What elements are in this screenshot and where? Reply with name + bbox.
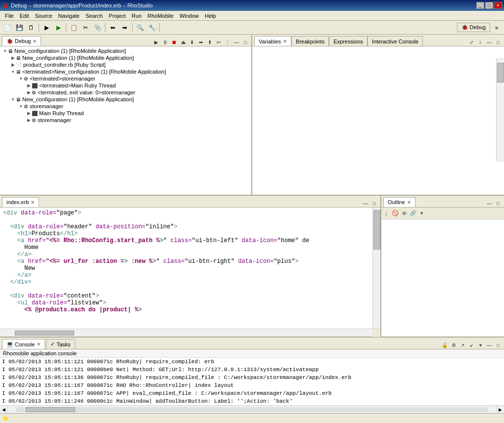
new-button[interactable]: 📄	[2, 22, 13, 33]
hscroll-thumb[interactable]	[26, 407, 75, 412]
expressions-tab[interactable]: Expressions	[329, 36, 367, 46]
outline-sort-btn[interactable]: ↕	[382, 210, 390, 217]
tree-item[interactable]: ▶⬛Main Ruby Thread	[1, 110, 250, 117]
console-btn-4[interactable]: ↙	[467, 341, 475, 349]
debug-tab-close[interactable]: ✕	[33, 39, 37, 44]
outline-maximize-btn[interactable]: □	[494, 199, 502, 207]
editor-vscrollbar[interactable]	[372, 208, 380, 329]
tree-item[interactable]: ▾🖥<terminated>New_configuration (1) [Rho…	[1, 68, 250, 75]
save-button[interactable]: 💾	[14, 22, 25, 33]
menu-run[interactable]: Run	[129, 12, 144, 20]
tree-expand-icon[interactable]: ▶	[26, 110, 32, 116]
vars-icon-2[interactable]: ↕	[476, 38, 484, 46]
tasks-tab[interactable]: ✓ Tasks	[46, 339, 75, 349]
tree-expand-icon[interactable]: ▶	[10, 55, 16, 61]
outline-tab[interactable]: Outline ✕	[383, 197, 415, 207]
breakpoints-tab[interactable]: Breakpoints	[291, 36, 329, 46]
toolbar-btn-5[interactable]: ➡	[119, 22, 130, 33]
menu-help[interactable]: Help	[202, 12, 219, 20]
close-button[interactable]: ✕	[494, 2, 502, 9]
editor-minimize-btn[interactable]: —	[362, 199, 369, 207]
console-tab[interactable]: 💻 Console ✕	[2, 339, 45, 349]
tree-item[interactable]: ▾🖥New_configuration (1) [RhoMobile Appli…	[1, 96, 250, 103]
code-editor[interactable]: <div data-role="page"> <div data-role="h…	[0, 208, 372, 329]
variables-scrollbar[interactable]	[496, 58, 504, 162]
debug-drop-frame-btn[interactable]: ↩	[215, 38, 223, 46]
debug-stop-btn[interactable]: ⏹	[170, 38, 178, 46]
debug-pause-btn[interactable]: ⏸	[161, 38, 169, 46]
console-btn-2[interactable]: ⚙	[450, 341, 458, 349]
variables-tab[interactable]: Variables ✕	[254, 36, 291, 46]
debug-step-into-btn[interactable]: ⬇	[188, 38, 196, 46]
menu-edit[interactable]: Edit	[17, 12, 32, 20]
tree-expand-icon[interactable]: ▶	[26, 117, 32, 123]
console-minimize-btn[interactable]: —	[485, 341, 493, 349]
variables-tab-close[interactable]: ✕	[283, 39, 287, 44]
editor-hscroll-thumb[interactable]	[15, 331, 74, 336]
toolbar-chevron[interactable]: »	[491, 22, 502, 33]
tree-expand-icon[interactable]: ▾	[18, 76, 24, 82]
tree-expand-icon[interactable]: ▾	[2, 48, 8, 54]
toolbar-btn-1[interactable]: 📋	[68, 22, 79, 33]
menu-rhomobile[interactable]: RhoMobile	[144, 12, 177, 20]
tree-item[interactable]: ▶⚙storemanager	[1, 117, 250, 124]
editor-hscrollbar[interactable]	[0, 329, 372, 337]
interactive-console-tab[interactable]: Interactive Console	[367, 36, 423, 46]
save-all-button[interactable]: 🗒	[26, 22, 37, 33]
hscroll-right-btn[interactable]: ▶	[496, 406, 504, 413]
menu-search[interactable]: Search	[83, 12, 106, 20]
menu-navigate[interactable]: Navigate	[55, 12, 83, 20]
outline-hide-btn[interactable]: 👁	[400, 210, 408, 217]
minimize-button[interactable]: _	[476, 2, 484, 9]
tree-item[interactable]: ▶📄product_controller.rb [Ruby Script]	[1, 61, 250, 68]
vars-icon-1[interactable]: ⤢	[467, 38, 475, 46]
editor-file-tab[interactable]: index.erb ✕	[2, 197, 39, 207]
console-btn-3[interactable]: ↗	[458, 341, 466, 349]
maximize-button[interactable]: □	[485, 2, 493, 9]
tree-expand-icon[interactable]: ▾	[18, 103, 24, 109]
tree-item[interactable]: ▶⬛<terminated>Main Ruby Thread	[1, 82, 250, 89]
variables-scroll-thumb[interactable]	[497, 63, 504, 83]
outline-more-btn[interactable]: ▾	[418, 210, 426, 217]
debug-maximize-btn[interactable]: □	[241, 38, 249, 46]
toolbar-btn-3[interactable]: 📎	[92, 22, 103, 33]
tree-expand-icon[interactable]: ▶	[10, 62, 16, 68]
debug-resume-btn[interactable]: ▶	[152, 38, 160, 46]
toolbar-btn-2[interactable]: ✂	[80, 22, 91, 33]
console-hscrollbar[interactable]: ◀ ▶	[0, 405, 504, 413]
tree-item[interactable]: ▶🖥New_configuration (1) [RhoMobile Appli…	[1, 54, 250, 61]
debug-more-btn[interactable]: ⋮	[224, 38, 231, 46]
tree-expand-icon[interactable]: ▾	[10, 96, 16, 102]
menu-project[interactable]: Project	[106, 12, 129, 20]
debug-minimize-btn[interactable]: —	[232, 38, 240, 46]
console-maximize-btn[interactable]: □	[494, 341, 502, 349]
outline-link-btn[interactable]: 🔗	[409, 210, 417, 217]
editor-tab-close[interactable]: ✕	[31, 200, 35, 205]
debug-step-over-btn[interactable]: ➡	[197, 38, 205, 46]
console-tab-close[interactable]: ✕	[37, 341, 41, 347]
tree-expand-icon[interactable]: ▾	[10, 69, 16, 75]
debug-step-return-btn[interactable]: ⬆	[206, 38, 214, 46]
tree-item[interactable]: ▾⚙storemanager	[1, 103, 250, 110]
menu-source[interactable]: Source	[32, 12, 55, 20]
debug-disconnect-btn[interactable]: ⏏	[179, 38, 187, 46]
title-bar-controls[interactable]: _ □ ✕	[476, 2, 502, 9]
debug-tab[interactable]: 🐞 Debug ✕	[2, 36, 41, 46]
toolbar-btn-6[interactable]: 🔍	[135, 22, 145, 33]
editor-vscroll-thumb[interactable]	[373, 210, 380, 250]
outline-filter-btn[interactable]: 🚫	[391, 210, 399, 217]
run-button[interactable]: ▶	[41, 22, 52, 33]
editor-maximize-btn[interactable]: □	[370, 199, 378, 207]
menu-file[interactable]: File	[2, 12, 17, 20]
tree-expand-icon[interactable]: ▶	[26, 89, 32, 95]
console-btn-5[interactable]: ▾	[476, 341, 484, 349]
debug-run-button[interactable]: ▶	[53, 22, 64, 33]
vars-minimize-btn[interactable]: —	[485, 38, 493, 46]
menu-window[interactable]: Window	[177, 12, 202, 20]
tree-item[interactable]: ▾🖥New_configuration (1) [RhoMobile Appli…	[1, 47, 250, 54]
tree-item[interactable]: ▾⚙<terminated>storemanager	[1, 75, 250, 82]
toolbar-btn-7[interactable]: 🔧	[146, 22, 157, 33]
toolbar-btn-4[interactable]: ⬅	[107, 22, 118, 33]
tree-item[interactable]: ▶⚙<terminated, exit value: 0>storemanage…	[1, 89, 250, 96]
debug-mode-button[interactable]: 🐞 Debug	[457, 23, 490, 32]
